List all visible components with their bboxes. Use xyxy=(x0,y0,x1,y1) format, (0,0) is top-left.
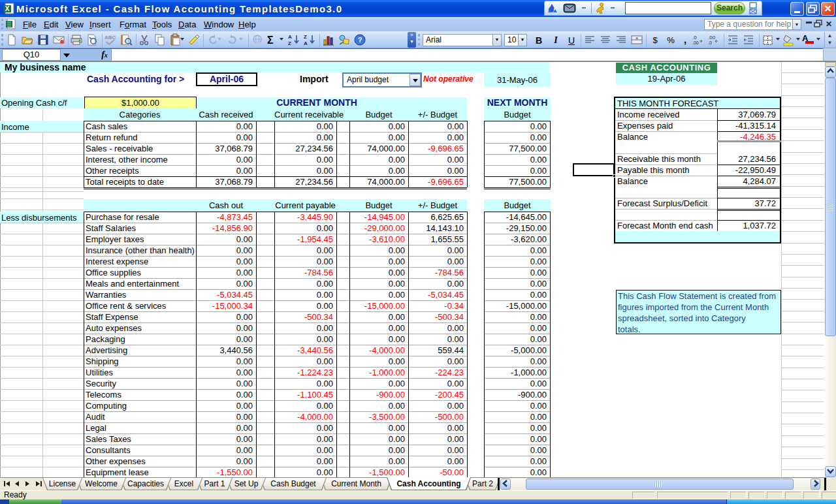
svg-text:X: X xyxy=(5,5,10,12)
svg-text:ABC: ABC xyxy=(104,35,116,40)
svg-text:.0: .0 xyxy=(708,40,712,45)
svg-text:.00: .00 xyxy=(708,35,716,40)
svg-text:?: ? xyxy=(358,36,362,44)
svg-text:A: A xyxy=(288,34,292,40)
svg-text:.0: .0 xyxy=(692,35,697,40)
svg-text:Z: Z xyxy=(304,34,307,40)
svg-text:Z: Z xyxy=(288,40,291,46)
svg-text:A: A xyxy=(304,40,308,46)
svg-text:.00: .00 xyxy=(692,40,699,45)
